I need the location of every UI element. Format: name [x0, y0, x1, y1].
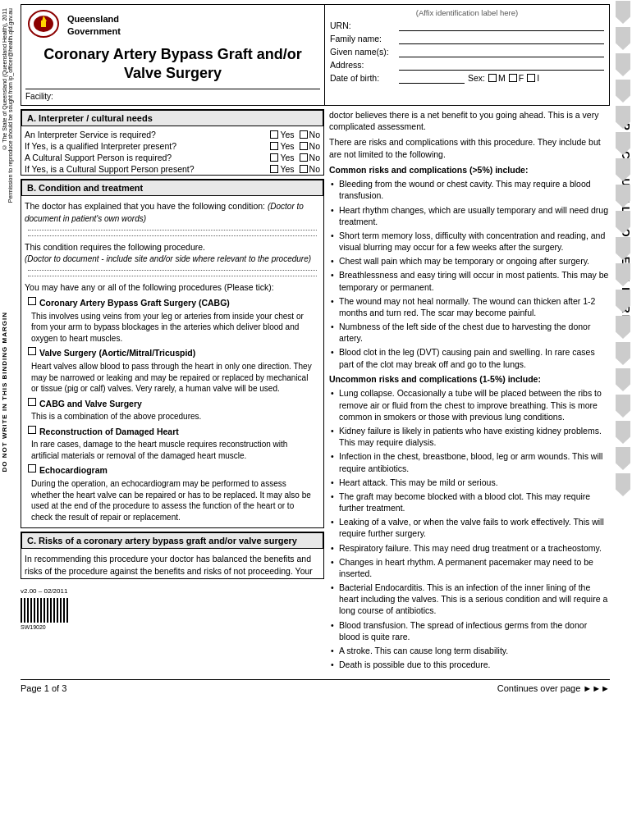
- procedure-item-echo: Echocardiogram During the operation, an …: [28, 464, 317, 523]
- arrow-19: [616, 473, 630, 496]
- uncommon-bullet-8: Bacterial Endocarditis. This is an infec…: [329, 582, 610, 617]
- sex-m-option[interactable]: M: [488, 73, 506, 83]
- sex-f-option[interactable]: F: [509, 73, 524, 83]
- procedure-item-valve: Valve Surgery (Aortic/Mitral/Tricuspid) …: [28, 347, 317, 394]
- uncommon-bullet-11: Death is possible due to this procedure.: [329, 659, 610, 670]
- section-b-header: B. Condition and treatment: [21, 180, 323, 196]
- yes-checkbox-0[interactable]: [270, 130, 278, 139]
- common-bullet-5: The wound may not heal normally. The wou…: [329, 295, 610, 318]
- page-footer: Page 1 of 3 Continues over page ►►►: [21, 679, 610, 693]
- address-field: Address:: [330, 59, 604, 71]
- right-intro-2: There are risks and complications with t…: [329, 136, 610, 160]
- procedure-title-cabg_valve: CABG and Valve Surgery: [28, 398, 317, 410]
- no-option-3[interactable]: No: [300, 164, 320, 174]
- right-intro-1: doctor believes there is a net benefit t…: [329, 109, 610, 133]
- interpreter-row-3: If Yes, is a Cultural Support Person pre…: [21, 163, 323, 175]
- section-a: A. Interpreter / cultural needs An Inter…: [21, 109, 324, 176]
- svg-rect-4: [41, 21, 46, 27]
- facility-line: Facility:: [25, 89, 320, 101]
- arrow-2: [616, 27, 630, 50]
- arrow-13: [616, 316, 630, 339]
- no-label-3: No: [309, 164, 320, 174]
- sex-f-label: F: [519, 73, 524, 83]
- procedure-intro: This condition requires the following pr…: [25, 241, 320, 266]
- procedure-desc-cabg_valve: This is a combination of the above proce…: [28, 411, 317, 422]
- facility-label: Facility:: [25, 92, 53, 101]
- given-names-label: Given name(s):: [330, 47, 396, 57]
- procedure-checkbox-cabg[interactable]: [28, 297, 36, 305]
- no-checkbox-2[interactable]: [300, 153, 308, 162]
- no-label-1: No: [309, 141, 320, 151]
- yes-no-options-3: Yes No: [270, 164, 320, 174]
- header-section: Queensland Government Coronary Artery By…: [21, 4, 610, 106]
- arrow-right-icons: ►►►: [583, 683, 610, 693]
- arrow-3: [616, 53, 630, 76]
- yes-checkbox-3[interactable]: [270, 165, 278, 173]
- family-name-field: Family name:: [330, 33, 604, 44]
- dotted-line-3: [28, 270, 317, 271]
- no-option-1[interactable]: No: [300, 141, 320, 151]
- procedure-title-cabg: Coronary Artery Bypass Graft Surgery (CA…: [28, 297, 317, 309]
- interpreter-question-1: If Yes, is a qualified Interpreter prese…: [25, 141, 176, 151]
- procedure-checkbox-recon[interactable]: [28, 426, 36, 434]
- arrow-8: [616, 185, 630, 208]
- sex-m-checkbox[interactable]: [488, 74, 497, 82]
- no-checkbox-0[interactable]: [300, 130, 308, 139]
- urn-field: URN:: [330, 20, 604, 31]
- arrow-9: [616, 211, 630, 234]
- no-checkbox-1[interactable]: [300, 142, 308, 150]
- yes-option-3[interactable]: Yes: [270, 164, 294, 174]
- arrow-15: [616, 368, 630, 391]
- uncommon-bullet-2: Infection in the chest, breastbone, bloo…: [329, 450, 610, 473]
- affix-label: (Affix identification label here): [330, 8, 604, 17]
- page-number: Page 1 of 3: [21, 683, 66, 693]
- interpreter-row-2: A Cultural Support Person is required? Y…: [21, 152, 323, 163]
- yes-label-3: Yes: [280, 164, 294, 174]
- procedure-checkbox-echo[interactable]: [28, 464, 36, 472]
- procedure-name-echo: Echocardiogram: [39, 464, 108, 477]
- procedure-title-valve: Valve Surgery (Aortic/Mitral/Tricuspid): [28, 347, 317, 359]
- procedure-checkbox-cabg_valve[interactable]: [28, 398, 36, 406]
- uncommon-bullet-0: Lung collapse. Occasionally a tube will …: [329, 387, 610, 422]
- no-option-2[interactable]: No: [300, 153, 320, 162]
- logo-area: Queensland Government: [25, 9, 320, 42]
- yes-checkbox-1[interactable]: [270, 142, 278, 150]
- yes-checkbox-2[interactable]: [270, 153, 278, 162]
- no-checkbox-3[interactable]: [300, 165, 308, 173]
- procedure-item-cabg_valve: CABG and Valve Surgery This is a combina…: [28, 398, 317, 422]
- uncommon-bullet-4: The graft may become blocked with a bloo…: [329, 491, 610, 514]
- arrow-5: [616, 106, 630, 129]
- right-arrows: [616, 0, 632, 497]
- yes-label-0: Yes: [280, 130, 294, 139]
- dotted-line-2: [28, 235, 317, 236]
- left-column: A. Interpreter / cultural needs An Inter…: [21, 109, 324, 673]
- arrow-11: [616, 263, 630, 286]
- interpreter-question-2: A Cultural Support Person is required?: [25, 153, 172, 162]
- yes-no-options-2: Yes No: [270, 153, 320, 162]
- sex-i-option[interactable]: I: [527, 73, 539, 83]
- yes-label-2: Yes: [280, 153, 294, 162]
- sex-f-checkbox[interactable]: [509, 74, 517, 82]
- section-c-content: In recommending this procedure your doct…: [21, 551, 323, 578]
- procedure-checkbox-valve[interactable]: [28, 347, 36, 355]
- sex-i-checkbox[interactable]: [527, 74, 535, 82]
- dob-input[interactable]: [399, 72, 465, 84]
- yes-option-1[interactable]: Yes: [270, 141, 294, 151]
- urn-label: URN:: [330, 21, 396, 30]
- uncommon-bullet-7: Changes in heart rhythm. A permanent pac…: [329, 556, 610, 579]
- right-column: doctor believes there is a net benefit t…: [329, 109, 610, 673]
- dob-label: Date of birth:: [330, 73, 396, 83]
- yes-option-2[interactable]: Yes: [270, 153, 294, 162]
- given-names-input[interactable]: [399, 46, 604, 57]
- arrow-6: [616, 132, 630, 155]
- header-left: Queensland Government Coronary Artery By…: [21, 5, 325, 105]
- urn-input[interactable]: [399, 20, 604, 31]
- common-bullet-0: Bleeding from the wound or chest cavity.…: [329, 178, 610, 201]
- no-option-0[interactable]: No: [300, 130, 320, 139]
- procedure-italic: (Doctor to document - include site and/o…: [25, 254, 311, 263]
- common-bullet-7: Blood clot in the leg (DVT) causing pain…: [329, 346, 610, 369]
- address-input[interactable]: [399, 59, 604, 71]
- uncommon-bullet-6: Respiratory failure. This may need drug …: [329, 542, 610, 554]
- yes-option-0[interactable]: Yes: [270, 130, 294, 139]
- family-name-input[interactable]: [399, 33, 604, 44]
